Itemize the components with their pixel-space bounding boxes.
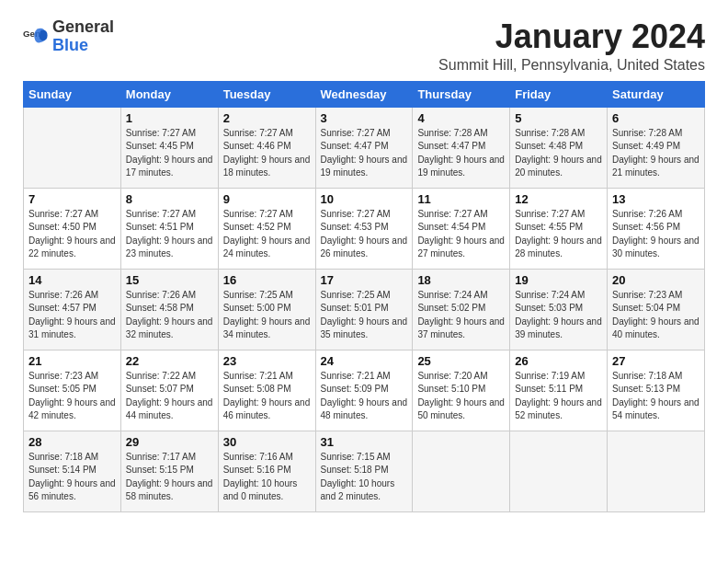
day-number: 2 [223,111,311,125]
day-info: Sunrise: 7:27 AMSunset: 4:46 PMDaylight:… [223,127,311,180]
day-number: 6 [612,111,700,125]
calendar-cell: 28 Sunrise: 7:18 AMSunset: 5:14 PMDaylig… [24,431,121,511]
day-info: Sunrise: 7:21 AMSunset: 5:09 PMDaylight:… [321,370,408,423]
calendar-cell: 4 Sunrise: 7:28 AMSunset: 4:47 PMDayligh… [413,107,510,188]
calendar-cell: 7 Sunrise: 7:27 AMSunset: 4:50 PMDayligh… [24,188,121,269]
calendar-title: January 2024 [438,18,705,55]
calendar-week-row: 14 Sunrise: 7:26 AMSunset: 4:57 PMDaylig… [24,269,705,350]
calendar-cell: 15 Sunrise: 7:26 AMSunset: 4:58 PMDaylig… [120,269,218,350]
day-info: Sunrise: 7:16 AMSunset: 5:16 PMDaylight:… [223,451,311,504]
day-number: 21 [28,354,116,368]
day-info: Sunrise: 7:24 AMSunset: 5:03 PMDaylight:… [515,289,602,342]
calendar-cell: 9 Sunrise: 7:27 AMSunset: 4:52 PMDayligh… [218,188,315,269]
day-number: 27 [612,354,700,368]
calendar-week-row: 7 Sunrise: 7:27 AMSunset: 4:50 PMDayligh… [24,188,705,269]
day-number: 4 [417,111,505,125]
calendar-cell: 30 Sunrise: 7:16 AMSunset: 5:16 PMDaylig… [218,431,315,511]
day-number: 11 [417,192,505,206]
day-info: Sunrise: 7:25 AMSunset: 5:01 PMDaylight:… [321,289,408,342]
day-info: Sunrise: 7:27 AMSunset: 4:53 PMDaylight:… [321,208,408,261]
day-number: 19 [515,273,602,287]
calendar-cell: 25 Sunrise: 7:20 AMSunset: 5:10 PMDaylig… [413,350,510,431]
day-number: 22 [126,354,213,368]
calendar-week-row: 28 Sunrise: 7:18 AMSunset: 5:14 PMDaylig… [24,431,705,511]
calendar-cell: 12 Sunrise: 7:27 AMSunset: 4:55 PMDaylig… [510,188,608,269]
day-info: Sunrise: 7:25 AMSunset: 5:00 PMDaylight:… [223,289,311,342]
calendar-cell: 17 Sunrise: 7:25 AMSunset: 5:01 PMDaylig… [315,269,413,350]
day-info: Sunrise: 7:23 AMSunset: 5:05 PMDaylight:… [28,370,116,423]
day-info: Sunrise: 7:22 AMSunset: 5:07 PMDaylight:… [126,370,213,423]
day-info: Sunrise: 7:26 AMSunset: 4:56 PMDaylight:… [612,208,700,261]
day-info: Sunrise: 7:21 AMSunset: 5:08 PMDaylight:… [223,370,311,423]
day-number: 26 [515,354,602,368]
day-info: Sunrise: 7:27 AMSunset: 4:51 PMDaylight:… [126,208,213,261]
calendar-cell: 13 Sunrise: 7:26 AMSunset: 4:56 PMDaylig… [608,188,705,269]
calendar-cell: 23 Sunrise: 7:21 AMSunset: 5:08 PMDaylig… [218,350,315,431]
day-number: 23 [223,354,311,368]
logo-text: General Blue [52,18,114,55]
day-info: Sunrise: 7:18 AMSunset: 5:14 PMDaylight:… [28,451,116,504]
calendar-week-row: 1 Sunrise: 7:27 AMSunset: 4:45 PMDayligh… [24,107,705,188]
calendar-cell: 2 Sunrise: 7:27 AMSunset: 4:46 PMDayligh… [218,107,315,188]
calendar-cell: 1 Sunrise: 7:27 AMSunset: 4:45 PMDayligh… [120,107,218,188]
calendar-cell: 22 Sunrise: 7:22 AMSunset: 5:07 PMDaylig… [120,350,218,431]
day-info: Sunrise: 7:27 AMSunset: 4:50 PMDaylight:… [28,208,116,261]
day-number: 17 [321,273,408,287]
day-info: Sunrise: 7:27 AMSunset: 4:47 PMDaylight:… [321,127,408,180]
calendar-cell [608,431,705,511]
day-number: 16 [223,273,311,287]
calendar-cell: 3 Sunrise: 7:27 AMSunset: 4:47 PMDayligh… [315,107,413,188]
calendar-table: SundayMondayTuesdayWednesdayThursdayFrid… [23,81,705,512]
day-number: 20 [612,273,700,287]
day-number: 15 [126,273,213,287]
day-number: 13 [612,192,700,206]
calendar-cell: 8 Sunrise: 7:27 AMSunset: 4:51 PMDayligh… [120,188,218,269]
calendar-week-row: 21 Sunrise: 7:23 AMSunset: 5:05 PMDaylig… [24,350,705,431]
day-number: 30 [223,435,311,449]
title-area: January 2024 Summit Hill, Pennsylvania, … [438,18,705,74]
logo: Gen General Blue [23,18,114,55]
calendar-cell [510,431,608,511]
day-info: Sunrise: 7:15 AMSunset: 5:18 PMDaylight:… [321,451,408,504]
header-day-friday: Friday [510,81,608,107]
day-number: 28 [28,435,116,449]
day-info: Sunrise: 7:28 AMSunset: 4:47 PMDaylight:… [417,127,505,180]
day-number: 12 [515,192,602,206]
day-number: 14 [28,273,116,287]
day-info: Sunrise: 7:27 AMSunset: 4:55 PMDaylight:… [515,208,602,261]
day-info: Sunrise: 7:28 AMSunset: 4:48 PMDaylight:… [515,127,602,180]
calendar-cell [24,107,121,188]
day-number: 25 [417,354,505,368]
header-day-saturday: Saturday [608,81,705,107]
day-number: 10 [321,192,408,206]
logo-icon: Gen [23,24,49,50]
calendar-cell: 26 Sunrise: 7:19 AMSunset: 5:11 PMDaylig… [510,350,608,431]
header-day-tuesday: Tuesday [218,81,315,107]
header: Gen General Blue January 2024 Summit Hil… [23,18,705,74]
header-day-wednesday: Wednesday [315,81,413,107]
day-number: 1 [126,111,213,125]
calendar-cell: 14 Sunrise: 7:26 AMSunset: 4:57 PMDaylig… [24,269,121,350]
calendar-header-row: SundayMondayTuesdayWednesdayThursdayFrid… [24,81,705,107]
calendar-body: 1 Sunrise: 7:27 AMSunset: 4:45 PMDayligh… [24,107,705,511]
header-day-monday: Monday [120,81,218,107]
calendar-cell: 11 Sunrise: 7:27 AMSunset: 4:54 PMDaylig… [413,188,510,269]
day-number: 31 [321,435,408,449]
day-number: 5 [515,111,602,125]
day-info: Sunrise: 7:23 AMSunset: 5:04 PMDaylight:… [612,289,700,342]
calendar-cell: 31 Sunrise: 7:15 AMSunset: 5:18 PMDaylig… [315,431,413,511]
header-day-sunday: Sunday [24,81,121,107]
day-info: Sunrise: 7:20 AMSunset: 5:10 PMDaylight:… [417,370,505,423]
day-info: Sunrise: 7:27 AMSunset: 4:45 PMDaylight:… [126,127,213,180]
calendar-cell [413,431,510,511]
calendar-cell: 16 Sunrise: 7:25 AMSunset: 5:00 PMDaylig… [218,269,315,350]
day-info: Sunrise: 7:19 AMSunset: 5:11 PMDaylight:… [515,370,602,423]
day-number: 18 [417,273,505,287]
calendar-subtitle: Summit Hill, Pennsylvania, United States [438,57,705,74]
day-number: 24 [321,354,408,368]
day-number: 3 [321,111,408,125]
day-info: Sunrise: 7:26 AMSunset: 4:57 PMDaylight:… [28,289,116,342]
day-info: Sunrise: 7:27 AMSunset: 4:54 PMDaylight:… [417,208,505,261]
calendar-cell: 18 Sunrise: 7:24 AMSunset: 5:02 PMDaylig… [413,269,510,350]
header-day-thursday: Thursday [413,81,510,107]
